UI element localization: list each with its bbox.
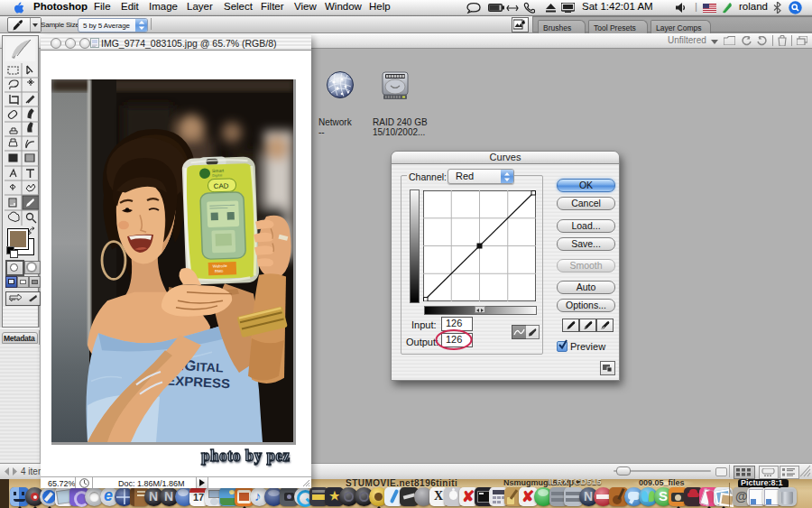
svg-text:RM0: RM0 [215,269,224,273]
svg-text:Website: Website [213,263,228,268]
svg-text:CAD: CAD [213,182,229,190]
svg-text:Digital: Digital [212,172,222,177]
